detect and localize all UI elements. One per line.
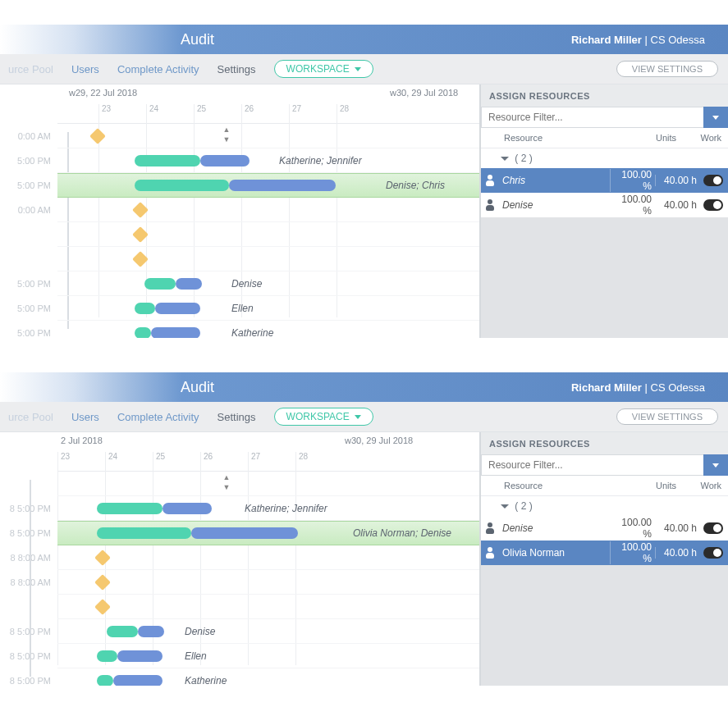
task-row-selected[interactable]: Denise; Chris <box>57 173 479 198</box>
task-label: Katherine <box>185 675 227 686</box>
task-row[interactable] <box>57 247 479 271</box>
menu-users[interactable]: Users <box>71 411 99 423</box>
col-resource: Resource <box>488 133 631 143</box>
resource-units: 100.00 % <box>610 517 655 540</box>
progress-bar <box>144 278 176 290</box>
resource-work: 40.00 h <box>655 522 700 534</box>
milestone-icon <box>94 574 111 591</box>
task-row[interactable]: Denise <box>57 619 479 644</box>
task-bar <box>117 650 163 662</box>
before-panel: Before Audit Richard Miller | CS Odessa … <box>0 25 728 338</box>
task-row[interactable]: Ellen <box>57 644 479 668</box>
task-bar <box>163 503 212 514</box>
resource-filter <box>481 454 728 476</box>
topbar: Audit Richard Miller | CS Odessa <box>0 372 728 402</box>
panel-title: ASSIGN RESOURCES <box>481 84 728 107</box>
resource-group[interactable]: ( 2 ) <box>481 148 728 168</box>
person-icon <box>481 199 499 211</box>
task-label: Katherine; Jennifer <box>245 503 327 514</box>
progress-bar <box>107 626 138 637</box>
panel-empty-area <box>481 565 728 686</box>
progress-bar <box>135 303 155 314</box>
menu-settings[interactable]: Settings <box>217 411 256 423</box>
task-bar <box>176 278 202 290</box>
task-row[interactable]: Katherine; Jennifer <box>57 148 479 173</box>
progress-bar <box>97 503 163 514</box>
week29-label: w29, 22 Jul 2018 <box>69 88 137 98</box>
week30-label: w30, 29 Jul 2018 <box>345 436 413 445</box>
resource-toggle[interactable] <box>703 522 725 534</box>
task-row[interactable]: Katherine <box>57 321 479 338</box>
task-label: Katherine <box>231 327 273 339</box>
task-bar <box>113 675 163 686</box>
resource-name: Denise <box>499 199 610 211</box>
resource-toggle[interactable] <box>703 547 725 559</box>
task-row[interactable] <box>57 545 479 570</box>
filter-dropdown-button[interactable] <box>703 454 728 476</box>
task-row[interactable]: Katherine <box>57 668 479 686</box>
col-units: Units <box>631 481 676 490</box>
chevron-down-icon <box>355 415 361 419</box>
time-column: 0:00 AM 5:00 PM 5:00 PM 0:00 AM 5:00 PM … <box>0 124 57 338</box>
progress-bar <box>97 675 113 686</box>
panel-empty-area <box>481 217 728 338</box>
chevron-down-icon <box>501 157 509 161</box>
task-row[interactable] <box>57 222 479 247</box>
filter-dropdown-button[interactable] <box>703 107 728 128</box>
task-row-selected[interactable]: Olivia Norman; Denise <box>57 521 479 545</box>
resource-toggle[interactable] <box>703 175 725 186</box>
resource-row[interactable]: Denise 100.00 % 40.00 h <box>481 193 728 217</box>
week30-label: w30, 29 Jul 2018 <box>390 88 458 98</box>
after-panel: After Audit Richard Miller | CS Odessa u… <box>0 372 728 686</box>
resource-name: Denise <box>499 522 610 534</box>
task-label: Ellen <box>231 303 254 314</box>
task-row[interactable] <box>57 595 479 619</box>
menu-settings[interactable]: Settings <box>217 63 256 75</box>
resource-row[interactable]: Denise 100.00 % 40.00 h <box>481 516 728 541</box>
view-settings-button[interactable]: VIEW SETTINGS <box>616 408 718 425</box>
resource-name: Olivia Norman <box>499 547 610 559</box>
task-row[interactable] <box>57 472 479 496</box>
task-bar <box>200 155 250 166</box>
milestone-icon <box>132 202 149 218</box>
resource-toggle[interactable] <box>703 199 725 211</box>
workspace-button[interactable]: WORKSPACE <box>274 60 373 78</box>
view-settings-button[interactable]: VIEW SETTINGS <box>616 61 718 77</box>
menu-resource-pool[interactable]: urce Pool <box>8 63 53 75</box>
menu-users[interactable]: Users <box>71 63 99 75</box>
menu-complete-activity[interactable]: Complete Activity <box>117 411 199 423</box>
resource-units: 100.00 % <box>610 169 655 192</box>
page-title: Audit <box>181 31 214 48</box>
resource-row-selected[interactable]: Olivia Norman 100.00 % 40.00 h <box>481 541 728 565</box>
task-row[interactable]: Denise <box>57 271 479 296</box>
workspace-button[interactable]: WORKSPACE <box>274 408 373 426</box>
task-label: Denise <box>231 278 262 290</box>
person-icon <box>481 547 499 559</box>
menu-complete-activity[interactable]: Complete Activity <box>117 63 199 75</box>
task-row[interactable] <box>57 570 479 595</box>
resource-filter-input[interactable] <box>481 454 703 476</box>
task-label: Denise; Chris <box>386 180 445 191</box>
user-name: Richard Miller <box>571 381 642 394</box>
stage-before: ▲ ▼ w29, 22 Jul 2018 w30, 29 Jul 2018 23… <box>0 84 728 338</box>
menubar: urce Pool Users Complete Activity Settin… <box>0 402 728 431</box>
task-row[interactable]: Ellen <box>57 296 479 321</box>
dependency-line <box>30 480 31 677</box>
task-row[interactable] <box>57 124 479 148</box>
progress-bar <box>97 527 191 539</box>
resource-units: 100.00 % <box>610 541 655 564</box>
user-info: Richard Miller | CS Odessa <box>571 381 705 394</box>
task-label: Olivia Norman; Denise <box>353 527 451 539</box>
menu-resource-pool[interactable]: urce Pool <box>8 411 53 423</box>
task-row[interactable] <box>57 198 479 222</box>
task-bar <box>229 180 336 191</box>
resource-group[interactable]: ( 2 ) <box>481 496 728 516</box>
resource-table-header: Resource Units Work <box>481 476 728 496</box>
assign-resources-panel: ASSIGN RESOURCES Resource Units Work ( 2… <box>480 84 728 338</box>
resource-filter-input[interactable] <box>481 107 703 128</box>
resource-row-selected[interactable]: Chris 100.00 % 40.00 h <box>481 168 728 193</box>
task-label: Ellen <box>185 650 207 662</box>
gantt-chart[interactable]: ▲ ▼ w29, 22 Jul 2018 w30, 29 Jul 2018 23… <box>0 84 480 338</box>
gantt-chart[interactable]: ▲ ▼ 2 Jul 2018 w30, 29 Jul 2018 23 24 25… <box>0 432 480 686</box>
task-row[interactable]: Katherine; Jennifer <box>57 496 479 521</box>
